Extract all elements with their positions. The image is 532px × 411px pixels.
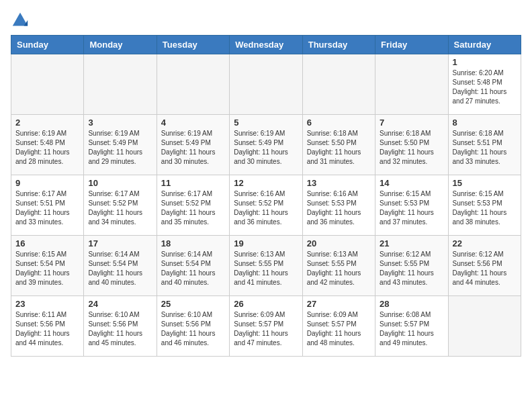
day-number: 8 — [453, 118, 517, 128]
day-info: Sunrise: 6:19 AM Sunset: 5:49 PM Dayligh… — [234, 129, 298, 167]
calendar-cell: 25Sunrise: 6:10 AM Sunset: 5:56 PM Dayli… — [157, 296, 229, 357]
calendar-cell: 11Sunrise: 6:17 AM Sunset: 5:52 PM Dayli… — [157, 175, 229, 236]
day-number: 12 — [234, 178, 298, 188]
logo-icon — [11, 11, 30, 30]
calendar-cell: 7Sunrise: 6:18 AM Sunset: 5:50 PM Daylig… — [375, 115, 448, 175]
day-info: Sunrise: 6:10 AM Sunset: 5:56 PM Dayligh… — [161, 310, 225, 348]
calendar-cell: 16Sunrise: 6:15 AM Sunset: 5:54 PM Dayli… — [11, 236, 84, 296]
column-header-monday: Monday — [84, 36, 157, 54]
calendar-week-row: 2Sunrise: 6:19 AM Sunset: 5:48 PM Daylig… — [11, 115, 521, 175]
calendar-cell: 19Sunrise: 6:13 AM Sunset: 5:55 PM Dayli… — [230, 236, 302, 296]
column-header-wednesday: Wednesday — [230, 36, 302, 54]
calendar-cell: 9Sunrise: 6:17 AM Sunset: 5:51 PM Daylig… — [11, 175, 84, 236]
calendar-table: SundayMondayTuesdayWednesdayThursdayFrid… — [11, 35, 521, 357]
day-info: Sunrise: 6:13 AM Sunset: 5:55 PM Dayligh… — [234, 250, 298, 287]
calendar-cell: 22Sunrise: 6:12 AM Sunset: 5:56 PM Dayli… — [448, 236, 521, 296]
calendar-cell: 17Sunrise: 6:14 AM Sunset: 5:54 PM Dayli… — [84, 236, 157, 296]
calendar-cell — [448, 296, 521, 357]
day-info: Sunrise: 6:14 AM Sunset: 5:54 PM Dayligh… — [88, 250, 152, 287]
day-number: 23 — [15, 299, 79, 309]
calendar-cell — [230, 54, 302, 115]
calendar-cell: 23Sunrise: 6:11 AM Sunset: 5:56 PM Dayli… — [11, 296, 84, 357]
day-info: Sunrise: 6:19 AM Sunset: 5:49 PM Dayligh… — [88, 129, 152, 167]
day-number: 13 — [307, 178, 371, 188]
day-info: Sunrise: 6:14 AM Sunset: 5:54 PM Dayligh… — [161, 250, 225, 287]
day-number: 1 — [453, 57, 517, 67]
day-number: 20 — [307, 238, 371, 248]
day-info: Sunrise: 6:17 AM Sunset: 5:52 PM Dayligh… — [88, 189, 152, 227]
logo — [11, 11, 32, 30]
day-info: Sunrise: 6:12 AM Sunset: 5:55 PM Dayligh… — [380, 250, 443, 287]
day-number: 28 — [380, 299, 443, 309]
day-info: Sunrise: 6:11 AM Sunset: 5:56 PM Dayligh… — [15, 310, 79, 348]
calendar-cell: 15Sunrise: 6:15 AM Sunset: 5:53 PM Dayli… — [448, 175, 521, 236]
day-info: Sunrise: 6:16 AM Sunset: 5:52 PM Dayligh… — [234, 189, 298, 227]
day-number: 4 — [161, 118, 225, 128]
calendar-cell: 3Sunrise: 6:19 AM Sunset: 5:49 PM Daylig… — [84, 115, 157, 175]
calendar-cell: 24Sunrise: 6:10 AM Sunset: 5:56 PM Dayli… — [84, 296, 157, 357]
day-info: Sunrise: 6:18 AM Sunset: 5:51 PM Dayligh… — [453, 129, 517, 167]
day-number: 15 — [453, 178, 517, 188]
column-header-saturday: Saturday — [448, 36, 521, 54]
calendar-cell: 14Sunrise: 6:15 AM Sunset: 5:53 PM Dayli… — [375, 175, 448, 236]
day-number: 26 — [234, 299, 298, 309]
calendar-week-row: 9Sunrise: 6:17 AM Sunset: 5:51 PM Daylig… — [11, 175, 521, 236]
calendar-cell: 13Sunrise: 6:16 AM Sunset: 5:53 PM Dayli… — [302, 175, 375, 236]
day-number: 10 — [88, 178, 152, 188]
day-info: Sunrise: 6:09 AM Sunset: 5:57 PM Dayligh… — [307, 310, 371, 348]
day-number: 17 — [88, 238, 152, 248]
day-number: 6 — [307, 118, 371, 128]
day-number: 18 — [161, 238, 225, 248]
day-number: 22 — [453, 238, 517, 248]
day-info: Sunrise: 6:18 AM Sunset: 5:50 PM Dayligh… — [380, 129, 443, 167]
day-info: Sunrise: 6:15 AM Sunset: 5:53 PM Dayligh… — [453, 189, 517, 227]
day-info: Sunrise: 6:10 AM Sunset: 5:56 PM Dayligh… — [88, 310, 152, 348]
day-info: Sunrise: 6:09 AM Sunset: 5:57 PM Dayligh… — [234, 310, 298, 348]
day-number: 11 — [161, 178, 225, 188]
day-info: Sunrise: 6:18 AM Sunset: 5:50 PM Dayligh… — [307, 129, 371, 167]
calendar-cell: 26Sunrise: 6:09 AM Sunset: 5:57 PM Dayli… — [230, 296, 302, 357]
calendar-cell — [84, 54, 157, 115]
calendar-cell — [11, 54, 84, 115]
day-info: Sunrise: 6:17 AM Sunset: 5:52 PM Dayligh… — [161, 189, 225, 227]
calendar-cell: 12Sunrise: 6:16 AM Sunset: 5:52 PM Dayli… — [230, 175, 302, 236]
day-info: Sunrise: 6:12 AM Sunset: 5:56 PM Dayligh… — [453, 250, 517, 287]
calendar-week-row: 23Sunrise: 6:11 AM Sunset: 5:56 PM Dayli… — [11, 296, 521, 357]
day-info: Sunrise: 6:19 AM Sunset: 5:49 PM Dayligh… — [161, 129, 225, 167]
calendar-cell: 20Sunrise: 6:13 AM Sunset: 5:55 PM Dayli… — [302, 236, 375, 296]
day-number: 2 — [15, 118, 79, 128]
day-number: 21 — [380, 238, 443, 248]
day-number: 3 — [88, 118, 152, 128]
day-info: Sunrise: 6:15 AM Sunset: 5:54 PM Dayligh… — [15, 250, 79, 287]
day-info: Sunrise: 6:20 AM Sunset: 5:48 PM Dayligh… — [453, 68, 517, 106]
calendar-cell: 1Sunrise: 6:20 AM Sunset: 5:48 PM Daylig… — [448, 54, 521, 115]
day-number: 5 — [234, 118, 298, 128]
day-number: 14 — [380, 178, 443, 188]
day-info: Sunrise: 6:17 AM Sunset: 5:51 PM Dayligh… — [15, 189, 79, 227]
page-header — [11, 11, 521, 30]
calendar-cell: 5Sunrise: 6:19 AM Sunset: 5:49 PM Daylig… — [230, 115, 302, 175]
day-info: Sunrise: 6:16 AM Sunset: 5:53 PM Dayligh… — [307, 189, 371, 227]
column-header-thursday: Thursday — [302, 36, 375, 54]
day-info: Sunrise: 6:15 AM Sunset: 5:53 PM Dayligh… — [380, 189, 443, 227]
calendar-cell: 10Sunrise: 6:17 AM Sunset: 5:52 PM Dayli… — [84, 175, 157, 236]
day-number: 27 — [307, 299, 371, 309]
calendar-cell: 4Sunrise: 6:19 AM Sunset: 5:49 PM Daylig… — [157, 115, 229, 175]
calendar-cell: 2Sunrise: 6:19 AM Sunset: 5:48 PM Daylig… — [11, 115, 84, 175]
day-number: 9 — [15, 178, 79, 188]
column-header-sunday: Sunday — [11, 36, 84, 54]
calendar-cell: 27Sunrise: 6:09 AM Sunset: 5:57 PM Dayli… — [302, 296, 375, 357]
day-number: 25 — [161, 299, 225, 309]
day-number: 16 — [15, 238, 79, 248]
calendar-week-row: 16Sunrise: 6:15 AM Sunset: 5:54 PM Dayli… — [11, 236, 521, 296]
calendar-cell: 8Sunrise: 6:18 AM Sunset: 5:51 PM Daylig… — [448, 115, 521, 175]
day-info: Sunrise: 6:08 AM Sunset: 5:57 PM Dayligh… — [380, 310, 443, 348]
day-number: 7 — [380, 118, 443, 128]
day-number: 24 — [88, 299, 152, 309]
column-header-tuesday: Tuesday — [157, 36, 229, 54]
column-header-friday: Friday — [375, 36, 448, 54]
day-info: Sunrise: 6:19 AM Sunset: 5:48 PM Dayligh… — [15, 129, 79, 167]
calendar-cell: 28Sunrise: 6:08 AM Sunset: 5:57 PM Dayli… — [375, 296, 448, 357]
day-info: Sunrise: 6:13 AM Sunset: 5:55 PM Dayligh… — [307, 250, 371, 287]
calendar-cell: 21Sunrise: 6:12 AM Sunset: 5:55 PM Dayli… — [375, 236, 448, 296]
